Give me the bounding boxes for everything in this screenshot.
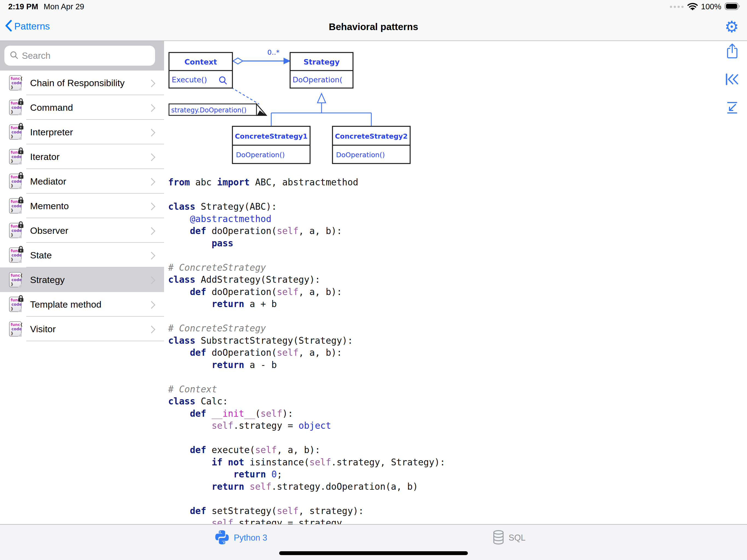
code-line: return a + b — [168, 298, 445, 310]
code-line — [168, 189, 445, 201]
sidebar-item-label: Observer — [30, 218, 68, 243]
search-input[interactable]: Search — [4, 46, 155, 66]
pattern-doc-icon: funccode} — [9, 124, 22, 140]
lock-icon — [18, 246, 24, 254]
uml-note: strategy.DoOperation() — [169, 104, 266, 116]
app-screen: 2:19 PM Mon Apr 29 100% — [0, 0, 747, 560]
svg-text:Execute(): Execute() — [172, 75, 207, 84]
svg-text:Context: Context — [184, 58, 217, 66]
search-band: Search — [0, 41, 164, 71]
sidebar-item-state[interactable]: funccode}State — [0, 243, 164, 268]
pattern-detail-view[interactable]: 0..* Context Execute() Strategy DoOperat — [164, 41, 747, 524]
pattern-doc-icon: func{code} — [9, 321, 22, 337]
code-line: self.strategy = strategy — [168, 517, 445, 524]
skip-to-start-icon — [725, 73, 740, 87]
battery-icon — [725, 2, 741, 11]
code-line: return a - b — [168, 359, 445, 371]
svg-text:DoOperation(: DoOperation( — [292, 75, 342, 84]
wifi-icon — [687, 2, 698, 11]
code-line: return 0; — [168, 468, 445, 481]
content-toolbar — [725, 44, 740, 116]
chevron-right-icon — [148, 227, 155, 235]
context-class-box: Context Execute() — [169, 52, 232, 88]
code-line: pass — [168, 237, 445, 250]
status-date: Mon Apr 29 — [44, 2, 84, 11]
skip-to-start-button[interactable] — [725, 72, 740, 87]
code-line: def doOperation(self, a, b): — [168, 286, 445, 298]
sidebar-item-mediator[interactable]: funccode}Mediator — [0, 169, 164, 194]
chevron-right-icon — [148, 301, 155, 309]
code-line: def setStrategy(self, strategy): — [168, 505, 445, 517]
code-line: class Calc: — [168, 396, 445, 408]
share-button[interactable] — [725, 44, 740, 59]
sidebar-item-label: Memento — [30, 194, 69, 218]
svg-text:DoOperation(): DoOperation() — [236, 151, 285, 159]
pattern-doc-icon: funccode} — [9, 100, 22, 115]
lock-icon — [18, 221, 24, 229]
nav-bar: Patterns Behavioral patterns ⚙ — [0, 13, 747, 41]
tab-python3[interactable]: Python 3 — [214, 530, 267, 546]
pattern-doc-icon: func{code} — [9, 75, 22, 91]
search-icon — [10, 51, 19, 61]
sidebar-item-label: Interpreter — [30, 120, 73, 144]
top-bar: 2:19 PM Mon Apr 29 100% — [0, 0, 747, 41]
python-logo-icon — [214, 529, 230, 546]
strategy-class-box: Strategy DoOperation( — [290, 52, 353, 88]
gear-icon: ⚙ — [725, 18, 739, 36]
code-line — [168, 432, 445, 444]
sidebar-item-label: State — [30, 243, 52, 268]
lock-icon — [18, 147, 24, 155]
sidebar-item-label: Strategy — [30, 268, 65, 292]
sidebar-item-chain-of-responsibility[interactable]: func{code}Chain of Responsibility — [0, 71, 164, 95]
code-line: from abc import ABC, abstractmethod — [168, 176, 445, 189]
tab-sql[interactable]: SQL — [492, 530, 525, 546]
pattern-doc-icon: func{code} — [9, 272, 22, 287]
lock-icon — [18, 98, 24, 106]
sidebar-item-label: Iterator — [30, 144, 60, 169]
code-line — [168, 249, 445, 262]
code-editor[interactable]: from abc import ABC, abstractmethod clas… — [168, 176, 445, 524]
svg-text:strategy.DoOperation(): strategy.DoOperation() — [171, 106, 247, 114]
status-time: 2:19 PM — [8, 2, 38, 11]
chevron-right-icon — [148, 178, 155, 186]
lock-icon — [18, 172, 24, 180]
uml-diagram: 0..* Context Execute() Strategy DoOperat — [164, 44, 427, 172]
pattern-list: func{code}Chain of Responsibilityfunccod… — [0, 71, 164, 341]
sidebar-item-strategy[interactable]: func{code}Strategy — [0, 268, 164, 292]
sidebar-item-visitor[interactable]: func{code}Visitor — [0, 316, 164, 341]
pattern-doc-icon: funccode} — [9, 297, 22, 312]
collapse-button[interactable] — [725, 101, 740, 116]
settings-button[interactable]: ⚙ — [723, 17, 740, 36]
svg-text:ConcreteStrategy2: ConcreteStrategy2 — [335, 132, 408, 140]
chevron-right-icon — [148, 276, 155, 284]
code-line: class SubstractStrategy(Strategy): — [168, 335, 445, 347]
chevron-right-icon — [148, 252, 155, 259]
chevron-right-icon — [148, 104, 155, 112]
sidebar-item-command[interactable]: funccode}Command — [0, 95, 164, 120]
code-line: # ConcreteStrategy — [168, 262, 445, 274]
battery-percent: 100% — [701, 2, 721, 11]
sidebar-item-observer[interactable]: funccode}Observer — [0, 218, 164, 243]
sidebar-item-template-method[interactable]: funccode}Template method — [0, 292, 164, 316]
code-line: def doOperation(self, a, b): — [168, 225, 445, 237]
status-bar: 2:19 PM Mon Apr 29 100% — [0, 0, 747, 13]
code-line: self.strategy = object — [168, 420, 445, 432]
pattern-doc-icon: funccode} — [9, 248, 22, 263]
lock-icon — [18, 123, 24, 131]
status-left: 2:19 PM Mon Apr 29 — [8, 2, 84, 11]
code-line: class Strategy(ABC): — [168, 201, 445, 213]
code-line: # Context — [168, 383, 445, 396]
sidebar-item-label: Visitor — [30, 316, 56, 341]
svg-text:DoOperation(): DoOperation() — [336, 151, 385, 159]
lock-icon — [18, 295, 24, 303]
cellular-signal-icon — [670, 6, 684, 8]
home-indicator[interactable] — [279, 551, 468, 555]
code-line: def doOperation(self, a, b): — [168, 347, 445, 359]
sidebar-item-memento[interactable]: funccode}Memento — [0, 194, 164, 218]
code-line: if not isinstance(self.strategy, Strateg… — [168, 456, 445, 469]
sidebar-item-iterator[interactable]: funccode}Iterator — [0, 144, 164, 169]
page-title: Behavioral patterns — [0, 13, 747, 41]
back-button[interactable]: Patterns — [5, 20, 50, 33]
sidebar-item-interpreter[interactable]: funccode}Interpreter — [0, 120, 164, 144]
sidebar-item-label: Template method — [30, 292, 101, 316]
